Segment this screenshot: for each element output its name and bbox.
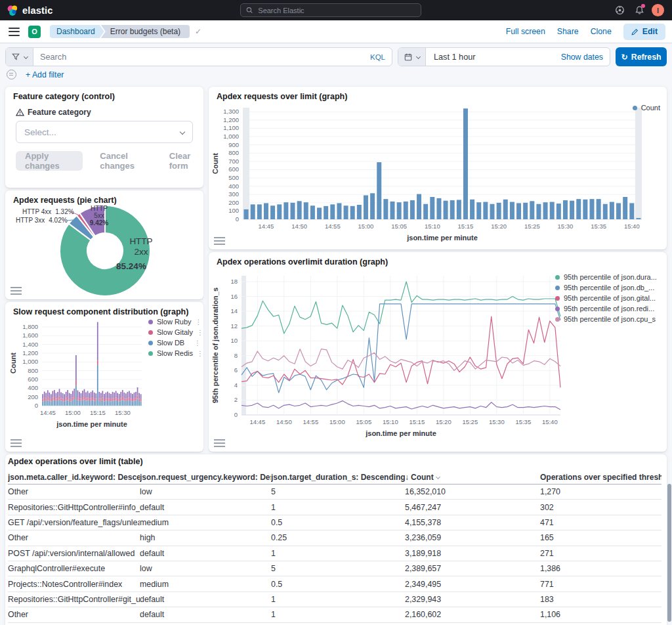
- svg-text:300: 300: [228, 190, 239, 198]
- space-badge[interactable]: O: [28, 26, 41, 38]
- nav-link-clone[interactable]: Clone: [591, 27, 612, 36]
- panel-feature-category-control: Feature category (control) Feature categ…: [5, 87, 203, 188]
- control-buttons: Apply changesCancel changesClear form: [16, 151, 203, 171]
- kql-toggle[interactable]: KQL: [364, 48, 392, 66]
- pie-label-http-2xx-pct: 85.24%: [110, 261, 152, 271]
- svg-text:15:35: 15:35: [515, 418, 531, 425]
- edit-button[interactable]: Edit: [623, 24, 665, 40]
- page-scrollbar[interactable]: [667, 484, 671, 622]
- legend-item[interactable]: 95th percentile of json.gital...: [555, 294, 657, 302]
- table-cell: 3,189,918: [405, 549, 540, 558]
- svg-text:15:00: 15:00: [329, 418, 345, 425]
- add-filter-link[interactable]: + Add filter: [26, 70, 64, 79]
- guided-setup-icon[interactable]: [612, 3, 627, 18]
- table-cell: low: [140, 564, 271, 573]
- control-field-label: Feature category: [28, 108, 91, 117]
- global-search-input[interactable]: [257, 6, 415, 15]
- feature-category-select[interactable]: Select...: [16, 121, 193, 143]
- table-cell: 302: [540, 503, 662, 512]
- search-icon: [246, 7, 253, 14]
- table-cell: 183: [540, 595, 662, 604]
- table-cell: 165: [540, 533, 662, 542]
- table-row[interactable]: Otherlow516,352,0101,270: [8, 485, 662, 500]
- table-row[interactable]: GraphqlController#executelow52,389,6571,…: [8, 561, 662, 576]
- clear-form-button[interactable]: Clear form: [169, 151, 203, 171]
- table-row[interactable]: Otherhigh0.253,236,059165: [8, 530, 662, 546]
- refresh-label: Refresh: [631, 53, 662, 62]
- table-row[interactable]: Repositories::GitHttpController#info_ref…: [8, 500, 662, 515]
- table-row[interactable]: Projects::NotesController#indexmedium0.5…: [8, 576, 662, 592]
- table-row[interactable]: Otherdefault12,160,6021,106: [8, 607, 662, 622]
- legend-toggle-icon[interactable]: [214, 439, 225, 447]
- table-cell: POST /api/:version/internal/allowed: [8, 549, 140, 558]
- legend-item[interactable]: Slow Gitaly⋮: [148, 328, 201, 336]
- legend-item[interactable]: Slow DB⋮: [148, 339, 201, 347]
- svg-text:14:55: 14:55: [325, 223, 341, 230]
- legend-label: Slow DB: [157, 339, 184, 347]
- legend-label: Slow Gitaly: [157, 328, 193, 336]
- table-cell: 0.25: [271, 533, 405, 542]
- time-range-value[interactable]: Last 1 hour: [426, 48, 555, 66]
- nav-link-share[interactable]: Share: [557, 27, 579, 36]
- table-column-header[interactable]: ↓Count: [405, 473, 540, 482]
- calendar-menu-button[interactable]: [398, 48, 426, 66]
- legend-label: 95th percentile of json.db_...: [564, 284, 654, 291]
- refresh-button[interactable]: ↻ Refresh: [616, 47, 667, 66]
- table-row[interactable]: POST /api/:version/internal/alloweddefau…: [8, 546, 662, 561]
- legend-item[interactable]: 95th percentile of json.redi...: [555, 305, 657, 312]
- newsfeed-bell-icon[interactable]: [632, 3, 646, 18]
- legend-actions-icon[interactable]: ⋮: [197, 350, 203, 357]
- table-column-header[interactable]: json.request_urgency.keyword: Des...: [140, 473, 271, 482]
- nav-link-full-screen[interactable]: Full screen: [506, 27, 545, 36]
- saved-query-menu-button[interactable]: [6, 48, 33, 66]
- legend-toggle-icon[interactable]: [10, 439, 22, 447]
- elastic-logo-icon[interactable]: [7, 5, 18, 16]
- svg-text:6: 6: [234, 366, 238, 374]
- global-search[interactable]: [240, 3, 421, 17]
- breadcrumb-dashboard[interactable]: Dashboard: [50, 25, 104, 38]
- show-dates-link[interactable]: Show dates: [555, 48, 610, 66]
- table-cell: 5,467,247: [405, 503, 540, 512]
- legend-item[interactable]: Count: [633, 104, 660, 112]
- table-column-header[interactable]: json.meta.caller_id.keyword: Desce...: [8, 473, 140, 482]
- table-cell: 0.5: [271, 580, 405, 589]
- bar-chart[interactable]: 01002003004005006007008009001,0001,1001,…: [210, 102, 665, 247]
- legend-dot-icon: [555, 307, 560, 311]
- search-input[interactable]: [33, 48, 364, 66]
- cancel-changes-button[interactable]: Cancel changes: [100, 151, 152, 171]
- legend-actions-icon[interactable]: ⋮: [196, 318, 202, 326]
- legend-item[interactable]: 95th percentile of json.db_...: [555, 284, 657, 291]
- svg-text:15:05: 15:05: [391, 223, 407, 230]
- svg-text:15:40: 15:40: [542, 418, 558, 425]
- legend-item[interactable]: 95th percentile of json.cpu_s: [555, 315, 657, 323]
- saved-query-icon: [12, 53, 20, 61]
- svg-text:0: 0: [234, 411, 238, 418]
- svg-text:15:15: 15:15: [458, 223, 474, 230]
- user-avatar[interactable]: I: [652, 4, 664, 16]
- table-column-header[interactable]: json.target_duration_s: Descending: [271, 473, 405, 482]
- menu-hamburger-icon[interactable]: [9, 28, 20, 36]
- table-row[interactable]: Repositories::GitHttpController#git_upl.…: [8, 592, 662, 607]
- breadcrumb-current[interactable]: Error budgets (beta): [101, 25, 190, 38]
- table-cell: 2,329,943: [405, 595, 540, 604]
- filter-menu-icon[interactable]: [7, 70, 16, 79]
- apply-changes-button[interactable]: Apply changes: [16, 151, 83, 171]
- legend-item[interactable]: 95th percentile of json.dura...: [555, 273, 657, 281]
- legend-actions-icon[interactable]: ⋮: [197, 329, 203, 336]
- svg-text:15:40: 15:40: [624, 223, 640, 230]
- legend-toggle-icon[interactable]: [10, 287, 22, 295]
- table-column-header[interactable]: Operations over specified threshold...: [540, 473, 662, 482]
- table-row[interactable]: GET /api/:version/feature_flags/unleash.…: [8, 515, 662, 530]
- legend-item[interactable]: Slow Ruby⋮: [148, 318, 201, 326]
- table-cell: GraphqlController#execute: [8, 564, 140, 573]
- warning-icon: [16, 108, 24, 116]
- table-cell: medium: [140, 518, 271, 527]
- legend-item[interactable]: Slow Redis⋮: [148, 349, 201, 357]
- legend-actions-icon[interactable]: ⋮: [194, 339, 201, 347]
- legend-toggle-icon[interactable]: [214, 237, 225, 245]
- panel-apdex-requests-pie: Apdex requests (pie chart) HTTP 4xx1.32%…: [5, 190, 203, 299]
- svg-text:8: 8: [234, 352, 238, 359]
- legend-dot-icon: [633, 106, 637, 110]
- svg-text:18: 18: [230, 278, 238, 285]
- svg-text:15:10: 15:10: [383, 418, 398, 425]
